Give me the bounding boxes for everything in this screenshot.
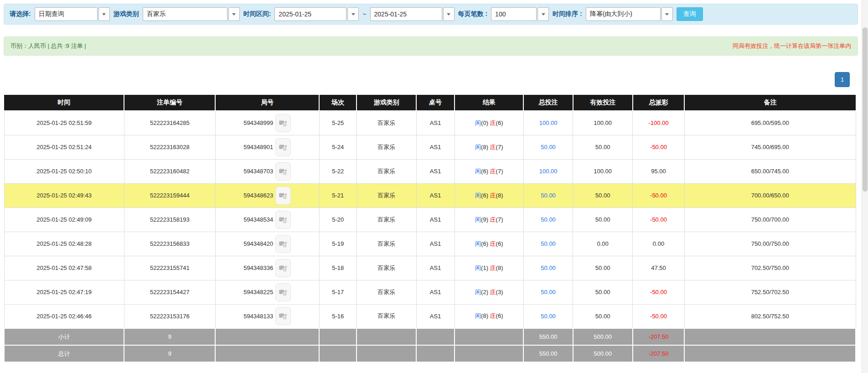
- cell-session: 5-24: [319, 135, 356, 159]
- date-to-select[interactable]: 2025-01-25: [370, 7, 455, 21]
- total-empty-cell: [319, 345, 356, 362]
- total-label: 总计: [4, 345, 124, 362]
- cell-session: 5-25: [319, 111, 356, 135]
- cell-table-no: AS1: [416, 183, 455, 207]
- cell-bet-id: 522223164285: [124, 111, 215, 135]
- scrollbar-thumb[interactable]: [863, 27, 868, 192]
- cell-round-id: 594348901: [215, 135, 319, 159]
- result-player-points: (8): [481, 312, 490, 319]
- cell-payout: -50.00: [633, 207, 685, 232]
- cell-remark: 752.50/702.50: [684, 280, 856, 304]
- cell-result: 闲(1) 庄(8): [455, 256, 523, 280]
- video-icon: [279, 119, 288, 128]
- cell-payout: -50.00: [633, 183, 685, 207]
- result-banker-points: (8): [496, 192, 503, 199]
- video-replay-button[interactable]: [275, 259, 291, 277]
- cell-time: 2025-01-25 02:47:19: [4, 280, 124, 304]
- result-banker-points: (8): [496, 264, 503, 271]
- cell-bet-id: 522223158193: [124, 207, 215, 232]
- result-player-label: 闲: [475, 119, 481, 126]
- cell-session: 5-20: [319, 207, 356, 232]
- total-valid-bet: 500.00: [573, 345, 633, 362]
- cell-valid-bet: 100.00: [573, 159, 633, 183]
- video-icon: [279, 311, 288, 321]
- date-range-label: 时间区间:: [243, 10, 271, 18]
- result-banker-label: 庄: [490, 240, 496, 247]
- result-banker-label: 庄: [490, 192, 496, 199]
- subtotal-empty-cell: [684, 328, 856, 345]
- video-replay-button[interactable]: [275, 138, 291, 156]
- result-player-points: (6): [481, 240, 490, 247]
- result-player-label: 闲: [475, 144, 481, 150]
- cell-total-bet: 50.00: [523, 232, 573, 256]
- video-replay-button[interactable]: [275, 211, 291, 229]
- bet-records-table: 时间 注单编号 局号 场次 游戏类别 桌号 结果 总投注 有效投注 总派彩 备注…: [4, 95, 856, 363]
- search-button[interactable]: 查询: [677, 7, 703, 21]
- chevron-down-icon[interactable]: [537, 7, 549, 21]
- cell-session: 5-17: [319, 280, 356, 304]
- same-round-notice-text: 同局有效投注，统一计算在该局第一张注单内: [733, 42, 851, 50]
- select-type-label: 请选择:: [10, 10, 31, 18]
- table-header-row: 时间 注单编号 局号 场次 游戏类别 桌号 结果 总投注 有效投注 总派彩 备注: [4, 95, 856, 111]
- table-row: 2025-01-25 02:48:28522223156833594348420…: [4, 232, 856, 256]
- game-type-value: 百家乐: [143, 7, 227, 21]
- round-id-wrap: 594348534: [243, 211, 291, 229]
- cell-valid-bet: 50.00: [573, 183, 633, 207]
- sort-order-select[interactable]: 降幂(由大到小): [586, 7, 673, 21]
- result-banker-label: 庄: [490, 264, 496, 271]
- currency-total-text: 币别：人民币 | 总共 :9 注单 |: [10, 42, 86, 50]
- header-bet-id: 注单编号: [124, 95, 215, 111]
- subtotal-label: 小计: [4, 328, 124, 345]
- cell-remark: 745.00/695.00: [684, 135, 856, 159]
- cell-result: 闲(6) 庄(7): [455, 159, 523, 183]
- cell-game-type: 百家乐: [356, 183, 416, 207]
- cell-valid-bet: 100.00: [573, 111, 633, 135]
- video-replay-button[interactable]: [275, 114, 291, 132]
- round-id-wrap: 594348623: [243, 186, 291, 205]
- cell-total-bet: 50.00: [523, 256, 573, 280]
- cell-payout: -100.00: [633, 111, 685, 135]
- cell-time: 2025-01-25 02:51:24: [4, 135, 124, 159]
- cell-time: 2025-01-25 02:46:46: [4, 304, 124, 328]
- cell-bet-id: 522223153176: [124, 304, 215, 328]
- chevron-down-icon[interactable]: [228, 7, 240, 21]
- round-id-wrap: 594348336: [243, 259, 291, 277]
- vertical-scrollbar[interactable]: [862, 0, 868, 373]
- round-id-text: 594348420: [243, 240, 273, 247]
- query-type-select[interactable]: 日期查询: [35, 7, 110, 21]
- cell-game-type: 百家乐: [356, 111, 416, 135]
- chevron-down-icon[interactable]: [661, 7, 673, 21]
- result-player-label: 闲: [475, 216, 481, 223]
- cell-time: 2025-01-25 02:47:58: [4, 256, 124, 280]
- result-player-label: 闲: [475, 192, 481, 199]
- subtotal-empty-cell: [455, 328, 523, 345]
- header-valid-bet: 有效投注: [573, 95, 633, 111]
- chevron-down-icon[interactable]: [347, 7, 359, 21]
- cell-result: 闲(2) 庄(3): [455, 280, 523, 304]
- round-id-wrap: 594348999: [243, 114, 291, 132]
- cell-remark: 750.00/750.00: [684, 232, 856, 256]
- cell-round-id: 594348534: [215, 207, 319, 232]
- page-1-button[interactable]: 1: [835, 72, 850, 87]
- cell-table-no: AS1: [416, 256, 455, 280]
- cell-session: 5-16: [319, 304, 356, 328]
- result-banker-points: (6): [496, 240, 503, 247]
- cell-result: 闲(8) 庄(7): [455, 135, 523, 159]
- video-replay-button[interactable]: [275, 162, 291, 181]
- subtotal-count: 9: [124, 328, 215, 345]
- chevron-down-icon[interactable]: [443, 7, 455, 21]
- video-replay-button[interactable]: [275, 283, 291, 301]
- cell-table-no: AS1: [416, 280, 455, 304]
- video-replay-button[interactable]: [275, 235, 291, 253]
- subtotal-empty-cell: [416, 328, 455, 345]
- result-banker-label: 庄: [490, 119, 496, 126]
- video-replay-button[interactable]: [275, 307, 291, 325]
- cell-table-no: AS1: [416, 135, 455, 159]
- chevron-down-icon[interactable]: [98, 7, 110, 21]
- page-size-select[interactable]: 100: [491, 7, 549, 21]
- cell-result: 闲(8) 庄(6): [455, 304, 523, 328]
- date-from-select[interactable]: 2025-01-25: [274, 7, 359, 21]
- video-replay-button[interactable]: [275, 186, 291, 205]
- cell-payout: -50.00: [633, 304, 685, 328]
- game-type-select[interactable]: 百家乐: [143, 7, 240, 21]
